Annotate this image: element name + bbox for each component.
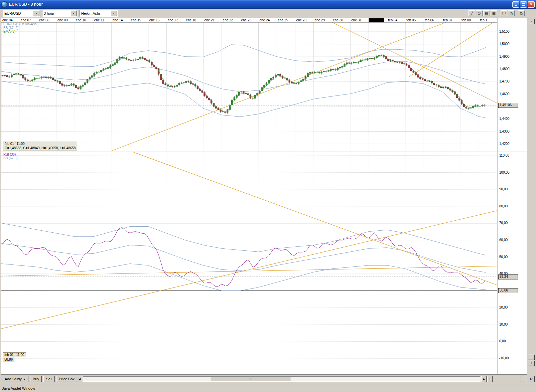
reset-label: R <box>530 377 533 381</box>
rsi-tooltip: feb 01 ' 11:00 58,86 <box>3 353 26 362</box>
maximize-button[interactable] <box>520 1 527 8</box>
svg-text:feb 1: feb 1 <box>480 18 488 22</box>
svg-text:feb 04: feb 04 <box>388 18 397 22</box>
price-box-button[interactable]: Price Box <box>56 376 77 382</box>
svg-text:ene 22: ene 22 <box>223 18 233 22</box>
thumb-grip: ||| <box>249 377 252 380</box>
svg-text:60,00: 60,00 <box>499 238 508 242</box>
svg-text:feb 01: feb 01 <box>370 18 379 22</box>
svg-text:1,4200: 1,4200 <box>499 142 510 146</box>
svg-text:110,00: 110,00 <box>499 154 509 157</box>
scrollbar-thumb[interactable]: ||| <box>210 377 290 381</box>
rsi-value-box: 38,24 <box>498 274 518 279</box>
svg-text:ene 10: ene 10 <box>76 18 86 22</box>
horizontal-zoom-out-button[interactable]: − <box>520 376 525 382</box>
info-icon[interactable]: ⓘ <box>501 10 507 16</box>
svg-text:ene 16: ene 16 <box>149 18 160 22</box>
svg-text:ene 14: ene 14 <box>113 18 123 22</box>
interval-value: 3 hour <box>42 11 70 15</box>
svg-text:ene 04: ene 04 <box>2 18 13 22</box>
axis-labels: 1,51001,50001,49001,48001,47001,46001,45… <box>2 18 510 360</box>
horizontal-scrollbar[interactable]: ||| <box>83 376 481 382</box>
symbol-select[interactable]: EUR/USD ▼ <box>3 10 40 17</box>
ohlc-tooltip: feb 01 ' 11:00 O=1,48658, C=1,48849, H=1… <box>3 141 77 151</box>
chevron-down-icon[interactable]: ▼ <box>111 10 117 16</box>
close-button[interactable]: × <box>528 1 535 8</box>
svg-text:feb 05: feb 05 <box>406 18 416 22</box>
svg-text:1,4300: 1,4300 <box>499 130 510 133</box>
svg-text:1,4700: 1,4700 <box>499 79 510 83</box>
chart-type-select[interactable]: Heikin-Ashi ▼ <box>80 10 118 17</box>
rsi-band-value-box: 30,06 <box>498 288 518 293</box>
sell-button[interactable]: Sell <box>43 376 55 382</box>
add-study-button[interactable]: Add Study ▼ <box>2 376 28 382</box>
tooltip-time: feb 01 ' 11:00 <box>5 142 76 146</box>
svg-text:1,4800: 1,4800 <box>499 67 510 71</box>
svg-text:ene 11: ene 11 <box>94 18 104 22</box>
svg-text:1,4900: 1,4900 <box>499 55 510 58</box>
svg-text:ene 29: ene 29 <box>314 18 325 22</box>
svg-text:50,00: 50,00 <box>499 255 508 259</box>
rsi-tooltip-time: feb 01 ' 11:00 <box>3 352 26 357</box>
status-text: Java Applet Window <box>2 386 35 390</box>
window-controls: × <box>512 1 536 8</box>
svg-text:20,00: 20,00 <box>499 306 508 309</box>
svg-text:1,5100: 1,5100 <box>499 30 510 33</box>
svg-text:feb 07: feb 07 <box>443 18 452 22</box>
interval-select[interactable]: 3 hour ▼ <box>42 10 78 17</box>
down-candles <box>4 55 486 113</box>
reset-button[interactable]: R <box>528 376 535 382</box>
svg-text:ene 24: ene 24 <box>260 18 270 22</box>
main-toolbar: EUR/USD ▼ 3 hour ▼ Heikin-Ashi ▼ ╱∅▤▦ⓘ◎⧉ <box>0 9 536 18</box>
scale-button[interactable]: ▫ <box>528 19 535 24</box>
svg-text:1,4600: 1,4600 <box>499 92 510 96</box>
plus-icon: + <box>489 377 491 381</box>
svg-text:ene 17: ene 17 <box>168 18 178 22</box>
clear-drawings-icon[interactable]: ∅ <box>476 10 483 16</box>
svg-text:ene 25: ene 25 <box>278 18 288 22</box>
minus-icon: − <box>522 377 524 381</box>
target-icon[interactable]: ◎ <box>508 10 515 16</box>
svg-text:1,5000: 1,5000 <box>499 42 510 46</box>
svg-text:ene 15: ene 15 <box>131 18 141 22</box>
svg-text:ene 07: ene 07 <box>21 18 31 22</box>
svg-text:ene 31: ene 31 <box>351 18 362 22</box>
buy-button[interactable]: Buy <box>30 376 42 382</box>
scroll-right-button[interactable]: ▶ <box>481 376 487 382</box>
vertical-zoom-in-button[interactable]: + <box>528 361 535 366</box>
trendline-tool-icon[interactable]: ╱ <box>468 10 475 16</box>
minimize-button[interactable] <box>512 1 519 8</box>
svg-text:feb 08: feb 08 <box>461 18 471 22</box>
rsi-tooltip-value: 58,86 <box>3 357 14 362</box>
close-icon: × <box>530 2 532 7</box>
svg-text:80,00: 80,00 <box>499 204 508 208</box>
minimize-icon <box>515 5 517 6</box>
add-study-label: Add Study <box>5 377 22 381</box>
svg-text:ene 18: ene 18 <box>186 18 196 22</box>
chart-canvas[interactable]: 1,51001,50001,49001,48001,47001,46001,45… <box>1 18 527 375</box>
sell-label: Sell <box>46 377 52 381</box>
svg-text:ene 23: ene 23 <box>241 18 252 22</box>
cascade-windows-icon[interactable]: ⧉ <box>518 10 525 16</box>
rsi-panel <box>1 152 501 329</box>
scroll-left-button[interactable]: ◀ <box>77 376 82 382</box>
horizontal-zoom-in-button[interactable]: + <box>487 376 493 382</box>
svg-text:10,00: 10,00 <box>499 323 508 326</box>
chevron-down-icon[interactable]: ▼ <box>71 10 77 16</box>
right-arrow-icon: ▶ <box>483 378 485 381</box>
svg-text:0,00: 0,00 <box>499 339 506 343</box>
svg-text:1,4400: 1,4400 <box>499 117 510 121</box>
svg-text:ene 08: ene 08 <box>39 18 49 22</box>
tooltip-ohlc: O=1,48658, C=1,48849, H=1,49058, L=1,486… <box>5 146 76 150</box>
chevron-down-icon[interactable]: ▼ <box>33 10 39 16</box>
title-bar[interactable]: EUR/USD - 3 hour × <box>0 0 536 9</box>
svg-text:90,00: 90,00 <box>499 187 508 191</box>
grid-lines-icon[interactable]: ▤ <box>483 10 490 16</box>
chart-area[interactable]: 1,51001,50001,49001,48001,47001,46001,45… <box>1 18 527 375</box>
window-title: EUR/USD - 3 hour <box>9 2 43 7</box>
vertical-zoom-out-button[interactable]: − <box>528 355 535 360</box>
symbol-value: EUR/USD <box>3 11 33 15</box>
grid-table-icon[interactable]: ▦ <box>491 10 497 16</box>
svg-text:ene 28: ene 28 <box>296 18 306 22</box>
buy-label: Buy <box>33 377 39 381</box>
